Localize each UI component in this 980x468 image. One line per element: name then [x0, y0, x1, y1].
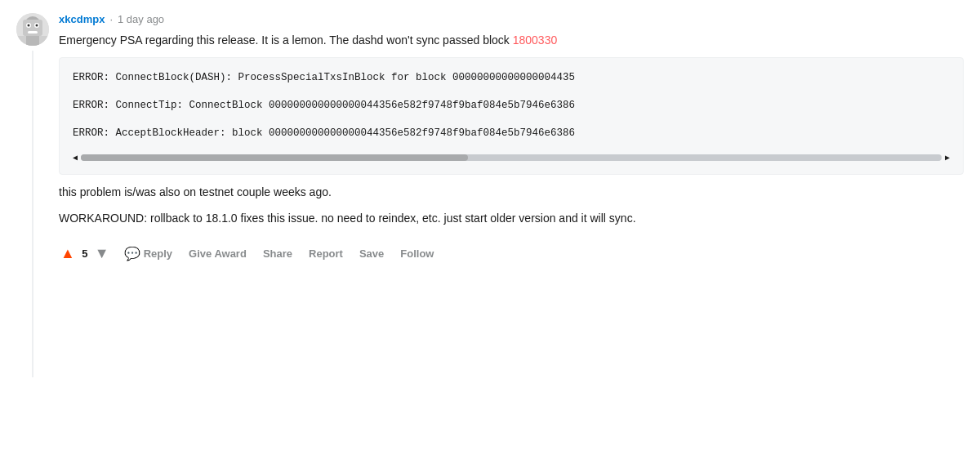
upvote-button[interactable]: ▲	[59, 243, 77, 264]
downvote-button[interactable]: ▼	[93, 243, 111, 264]
comment-header: xkcdmpx · 1 day ago	[59, 13, 964, 25]
code-line-1: ERROR: ConnectBlock(DASH): ProcessSpecia…	[73, 69, 950, 86]
svg-point-6	[36, 25, 38, 27]
avatar	[16, 13, 49, 46]
share-button[interactable]: Share	[256, 243, 299, 265]
vote-count: 5	[80, 247, 90, 260]
avatar-area	[16, 13, 49, 377]
svg-point-5	[28, 25, 30, 27]
svg-rect-7	[28, 31, 38, 33]
comment-body: xkcdmpx · 1 day ago Emergency PSA regard…	[59, 13, 964, 377]
code-block[interactable]: ERROR: ConnectBlock(DASH): ProcessSpecia…	[59, 57, 964, 175]
timestamp: 1 day ago	[118, 13, 164, 25]
scroll-right-arrow[interactable]: ▶	[945, 153, 950, 163]
block-number: 1800330	[513, 33, 558, 47]
vote-area: ▲ 5 ▼	[59, 243, 111, 264]
svg-rect-9	[26, 36, 39, 46]
thread-line	[32, 51, 33, 377]
scroll-left-arrow[interactable]: ◀	[73, 153, 78, 163]
dot-separator: ·	[109, 13, 113, 25]
code-line-2: ERROR: ConnectTip: ConnectBlock 00000000…	[73, 97, 950, 114]
downvote-icon: ▼	[95, 245, 109, 262]
code-line-3: ERROR: AcceptBlockHeader: block 00000000…	[73, 125, 950, 141]
paragraph2: WORKAROUND: rollback to 18.1.0 fixes thi…	[59, 209, 964, 227]
intro-text: Emergency PSA regarding this release. It…	[59, 32, 964, 49]
give-award-button[interactable]: Give Award	[182, 243, 253, 265]
comment-container: xkcdmpx · 1 day ago Emergency PSA regard…	[0, 0, 980, 390]
scrollbar-row: ◀ ▶	[73, 153, 950, 163]
reply-button[interactable]: 💬 Reply	[118, 241, 179, 266]
follow-button[interactable]: Follow	[394, 243, 440, 265]
save-button[interactable]: Save	[353, 243, 390, 265]
scroll-track[interactable]	[81, 154, 942, 161]
scroll-thumb	[81, 154, 468, 161]
paragraph1: this problem is/was also on testnet coup…	[59, 183, 964, 201]
username[interactable]: xkcdmpx	[59, 13, 105, 25]
upvote-icon: ▲	[60, 245, 75, 262]
reply-icon: 💬	[124, 246, 140, 261]
report-button[interactable]: Report	[302, 243, 350, 265]
action-bar: ▲ 5 ▼ 💬 Reply Give Award Share Report	[59, 241, 964, 266]
